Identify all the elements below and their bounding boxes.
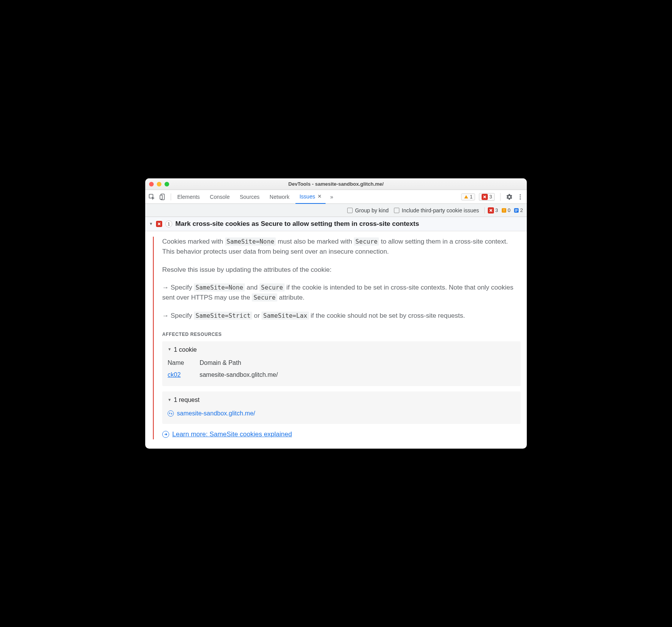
svg-rect-12 bbox=[515, 211, 517, 211]
checkbox-box bbox=[394, 208, 399, 213]
tab-console[interactable]: Console bbox=[206, 190, 233, 204]
error-icon bbox=[156, 221, 162, 227]
error-count: 3 bbox=[489, 194, 492, 200]
disclosure-triangle-icon: ▼ bbox=[168, 346, 171, 352]
code-secure: Secure bbox=[252, 293, 277, 302]
cookie-name-link[interactable]: ck02 bbox=[168, 371, 181, 378]
issue-title: Mark cross-site cookies as Secure to all… bbox=[175, 220, 419, 228]
panel-tabbar: Elements Console Sources Network Issues … bbox=[145, 190, 527, 204]
issue-kind-counts: 3 0 2 bbox=[484, 207, 523, 214]
issue-paragraph-1: Cookies marked with SameSite=None must a… bbox=[162, 237, 521, 257]
svg-rect-7 bbox=[504, 209, 504, 211]
svg-rect-2 bbox=[160, 195, 162, 199]
window-controls bbox=[149, 182, 169, 186]
issue-paragraph-2: Resolve this issue by updating the attri… bbox=[162, 265, 521, 275]
window-minimize-button[interactable] bbox=[157, 182, 161, 186]
code-samesite-strict: SameSite=Strict bbox=[194, 312, 252, 320]
error-icon bbox=[482, 194, 488, 200]
include-thirdparty-checkbox[interactable]: Include third-party cookie issues bbox=[394, 207, 479, 214]
inspect-element-icon[interactable] bbox=[148, 193, 155, 200]
affected-requests-title: 1 request bbox=[174, 395, 200, 405]
code-samesite-none: SameSite=None bbox=[225, 237, 276, 246]
tab-issues[interactable]: Issues ✕ bbox=[295, 190, 325, 204]
affected-cookies-title: 1 cookie bbox=[174, 345, 197, 355]
tab-elements[interactable]: Elements bbox=[173, 190, 204, 204]
table-header-row: Name Domain & Path bbox=[168, 358, 293, 369]
disclosure-triangle-icon: ▼ bbox=[168, 397, 171, 403]
issue-count-pill: 1 bbox=[165, 220, 172, 227]
info-icon bbox=[514, 208, 519, 213]
info-badge[interactable]: 2 bbox=[514, 207, 523, 213]
request-row[interactable]: samesite-sandbox.glitch.me/ bbox=[168, 409, 515, 419]
more-icon[interactable] bbox=[517, 193, 524, 200]
window-close-button[interactable] bbox=[149, 182, 154, 186]
tab-issues-label: Issues bbox=[299, 193, 315, 200]
issue-bullet-1: Specify SameSite=None and Secure if the … bbox=[162, 283, 521, 303]
learn-more-row[interactable]: Learn more: SameSite cookies explained bbox=[162, 429, 521, 439]
issues-options-bar: Group by kind Include third-party cookie… bbox=[145, 204, 527, 217]
text: if the cookie should not be set by cross… bbox=[309, 312, 465, 319]
col-name: Name bbox=[168, 358, 200, 369]
window-maximize-button[interactable] bbox=[165, 182, 169, 186]
code-secure: Secure bbox=[260, 283, 285, 291]
issue-content: Cookies marked with SameSite=None must a… bbox=[162, 237, 521, 439]
severity-bar bbox=[153, 237, 154, 439]
affected-resources-header: Affected Resources bbox=[162, 331, 521, 338]
code-samesite-lax: SameSite=Lax bbox=[261, 312, 309, 320]
learn-more-link[interactable]: Learn more: SameSite cookies explained bbox=[172, 429, 292, 439]
error-icon bbox=[488, 207, 494, 214]
error-count-chip[interactable]: 3 bbox=[479, 193, 495, 201]
text: Cookies marked with bbox=[162, 238, 225, 245]
cookie-domain: samesite-sandbox.glitch.me/ bbox=[200, 369, 294, 381]
code-samesite-none: SameSite=None bbox=[194, 283, 245, 291]
col-domain: Domain & Path bbox=[200, 358, 294, 369]
issue-header[interactable]: ▼ 1 Mark cross-site cookies as Secure to… bbox=[145, 217, 527, 231]
window-title: DevTools - samesite-sandbox.glitch.me/ bbox=[145, 181, 527, 187]
issue-body: Cookies marked with SameSite=None must a… bbox=[145, 231, 527, 449]
svg-rect-10 bbox=[515, 209, 518, 210]
warning-count: 1 bbox=[470, 194, 473, 200]
include-thirdparty-label: Include third-party cookie issues bbox=[402, 207, 479, 214]
warning-count-chip[interactable]: 1 bbox=[461, 193, 475, 200]
issue-bullet-2: Specify SameSite=Strict or SameSite=Lax … bbox=[162, 311, 521, 321]
warning-icon bbox=[464, 195, 468, 199]
titlebar: DevTools - samesite-sandbox.glitch.me/ bbox=[145, 178, 527, 190]
text: attribute. bbox=[277, 294, 305, 301]
affected-cookies-box: ▼ 1 cookie Name Domain & Path ck02 sames… bbox=[162, 341, 521, 386]
warn-badge-count: 0 bbox=[508, 207, 511, 213]
affected-cookies-title-row[interactable]: ▼ 1 cookie bbox=[168, 345, 515, 355]
affected-requests-box: ▼ 1 request samesite-sandbox.glitch.me/ bbox=[162, 391, 521, 424]
tab-sources[interactable]: Sources bbox=[236, 190, 263, 204]
text: and bbox=[245, 284, 260, 291]
code-secure: Secure bbox=[354, 237, 379, 246]
group-by-kind-label: Group by kind bbox=[355, 207, 389, 214]
device-toolbar-icon[interactable] bbox=[159, 193, 166, 200]
text: Specify bbox=[171, 312, 194, 319]
network-request-icon bbox=[168, 410, 174, 417]
checkbox-box bbox=[347, 208, 353, 213]
text: Specify bbox=[171, 284, 194, 291]
svg-rect-8 bbox=[504, 211, 504, 212]
text: or bbox=[252, 312, 262, 319]
tab-overflow-button[interactable]: » bbox=[328, 194, 336, 200]
info-badge-count: 2 bbox=[520, 207, 523, 213]
cookies-table: Name Domain & Path ck02 samesite-sandbox… bbox=[168, 358, 293, 381]
warning-square-icon bbox=[501, 208, 507, 213]
affected-requests-title-row[interactable]: ▼ 1 request bbox=[168, 395, 515, 405]
settings-icon[interactable] bbox=[506, 193, 513, 200]
table-row: ck02 samesite-sandbox.glitch.me/ bbox=[168, 369, 293, 381]
warn-badge[interactable]: 0 bbox=[501, 207, 511, 213]
devtools-window: DevTools - samesite-sandbox.glitch.me/ E… bbox=[145, 178, 527, 449]
error-badge[interactable]: 3 bbox=[488, 207, 498, 214]
disclosure-triangle-icon: ▼ bbox=[149, 222, 153, 226]
svg-point-5 bbox=[520, 198, 521, 199]
request-url[interactable]: samesite-sandbox.glitch.me/ bbox=[177, 409, 255, 419]
svg-rect-11 bbox=[515, 210, 518, 210]
close-icon[interactable]: ✕ bbox=[317, 193, 322, 199]
tab-network[interactable]: Network bbox=[266, 190, 293, 204]
arrow-right-circle-icon bbox=[162, 431, 169, 438]
error-badge-count: 3 bbox=[495, 207, 498, 213]
svg-point-4 bbox=[520, 196, 521, 197]
group-by-kind-checkbox[interactable]: Group by kind bbox=[347, 207, 389, 214]
svg-point-3 bbox=[520, 194, 521, 195]
